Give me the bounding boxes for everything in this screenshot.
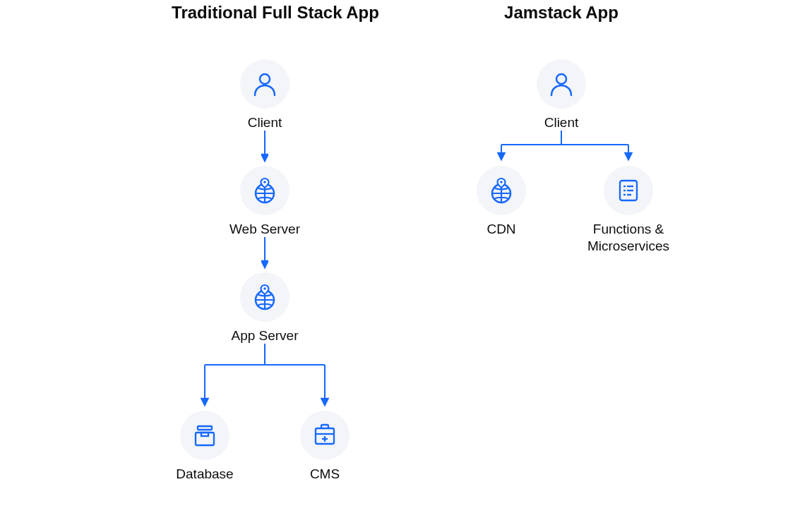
left-appserver-label: App Server	[219, 327, 311, 344]
right-functions-label: Functions & Microservices	[575, 221, 681, 255]
left-database-node: Database	[159, 411, 251, 483]
arrow-left-client-to-web	[261, 131, 268, 164]
briefcase-plus-icon	[300, 411, 350, 460]
arrow-left-web-to-app	[261, 237, 268, 271]
right-cdn-node: CDN	[455, 166, 547, 238]
person-icon	[240, 59, 289, 109]
person-icon	[537, 59, 586, 109]
left-cms-node: CMS	[279, 411, 371, 483]
left-client-label: Client	[219, 114, 311, 131]
document-lines-icon	[604, 166, 653, 215]
left-client-node: Client	[219, 59, 311, 131]
left-webserver-node: Web Server	[219, 166, 311, 238]
archive-icon	[180, 411, 229, 460]
left-webserver-label: Web Server	[219, 221, 311, 238]
globe-icon	[240, 166, 289, 215]
left-database-label: Database	[159, 466, 251, 483]
right-client-node: Client	[515, 59, 607, 131]
globe-icon	[477, 166, 526, 215]
left-column-title: Traditional Full Stack App	[155, 3, 395, 23]
right-column-title: Jamstack App	[452, 3, 671, 23]
right-client-label: Client	[515, 114, 607, 131]
right-cdn-label: CDN	[455, 221, 547, 238]
arrow-left-app-split	[191, 344, 339, 410]
left-cms-label: CMS	[279, 466, 371, 483]
left-appserver-node: App Server	[219, 272, 311, 344]
right-functions-node: Functions & Microservices	[575, 166, 681, 255]
arrow-right-client-split	[487, 131, 643, 164]
globe-icon	[240, 272, 289, 322]
